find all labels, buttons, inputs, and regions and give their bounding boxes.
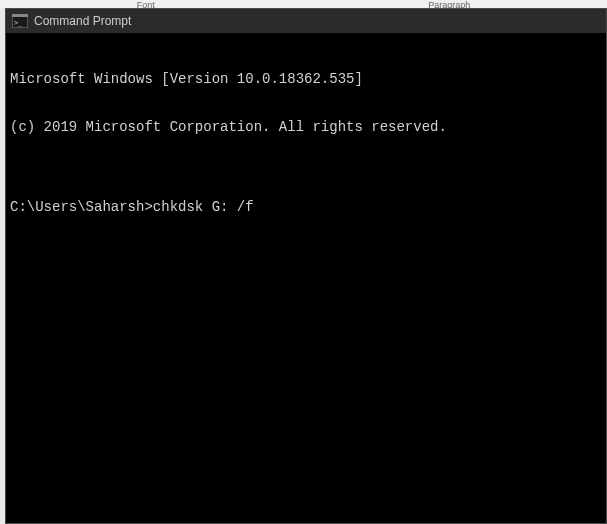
- terminal-command-input[interactable]: chkdsk G: /f: [153, 199, 254, 215]
- terminal-prompt: C:\Users\Saharsh>: [10, 199, 153, 215]
- window-titlebar[interactable]: >_ Command Prompt: [6, 9, 606, 33]
- svg-rect-1: [12, 14, 28, 17]
- terminal-line: (c) 2019 Microsoft Corporation. All righ…: [10, 119, 602, 135]
- terminal-prompt-line: C:\Users\Saharsh>chkdsk G: /f: [10, 199, 602, 215]
- terminal-output-area[interactable]: Microsoft Windows [Version 10.0.18362.53…: [6, 33, 606, 523]
- background-app-ribbon: Font Paragraph: [0, 0, 607, 8]
- command-prompt-window: >_ Command Prompt Microsoft Windows [Ver…: [5, 8, 607, 524]
- window-title: Command Prompt: [34, 9, 131, 33]
- svg-text:>_: >_: [14, 19, 23, 27]
- terminal-line: Microsoft Windows [Version 10.0.18362.53…: [10, 71, 602, 87]
- command-prompt-icon: >_: [12, 14, 28, 28]
